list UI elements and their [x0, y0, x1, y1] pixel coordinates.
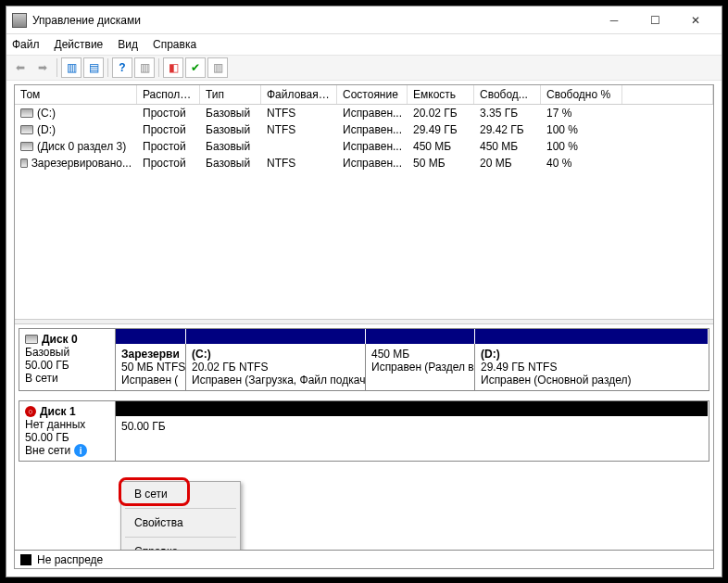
ctx-sep: [125, 537, 236, 538]
disk-0-size: 50.00 ГБ: [25, 359, 109, 372]
ctx-sep: [125, 508, 236, 509]
volume-icon: [20, 125, 33, 134]
partition-cell[interactable]: Зарезерви50 МБ NTFSИсправен (: [116, 344, 186, 390]
col-free[interactable]: Свобод...: [474, 85, 541, 104]
col-layout[interactable]: Располо...: [137, 85, 200, 104]
cell: NTFS: [261, 121, 337, 138]
cell: Зарезервировано...: [15, 155, 137, 171]
disk-row-1: ○Диск 1 Нет данных 50.00 ГБ Вне сетиi 50…: [19, 400, 709, 462]
cell: 20 МБ: [474, 155, 541, 171]
disk-1-type: Нет данных: [25, 418, 109, 431]
disk-0-label[interactable]: Диск 0 Базовый 50.00 ГБ В сети: [19, 329, 116, 390]
disk-1-size: 50.00 ГБ: [25, 431, 109, 444]
close-button[interactable]: ✕: [675, 7, 716, 33]
cell: Простой: [137, 105, 200, 121]
toolbar-btn-1[interactable]: ▥: [61, 57, 82, 78]
menu-view[interactable]: Вид: [118, 38, 138, 51]
cell: NTFS: [261, 155, 337, 171]
cell: Базовый: [200, 121, 261, 138]
col-capacity[interactable]: Емкость: [408, 85, 474, 104]
menu-action[interactable]: Действие: [55, 38, 104, 51]
disk-icon: [25, 335, 38, 344]
partition-cell[interactable]: (D:)29.49 ГБ NTFSИсправен (Основной разд…: [475, 344, 709, 390]
menubar: Файл Действие Вид Справка: [6, 34, 722, 55]
cell: Простой: [137, 138, 200, 155]
titlebar[interactable]: Управление дисками ─ ☐ ✕: [6, 6, 722, 34]
disk-1-partition[interactable]: 50.00 ГБ: [116, 416, 709, 461]
cell: 450 МБ: [408, 138, 474, 155]
window-title: Управление дисками: [32, 14, 594, 27]
menu-file[interactable]: Файл: [12, 38, 40, 51]
app-window: Управление дисками ─ ☐ ✕ Файл Действие В…: [6, 6, 722, 577]
cell: 3.35 ГБ: [474, 105, 541, 121]
cell: (Диск 0 раздел 3): [15, 138, 137, 155]
ctx-online[interactable]: В сети: [121, 482, 240, 506]
menu-help[interactable]: Справка: [153, 38, 196, 51]
col-freepct[interactable]: Свободно %: [541, 85, 622, 104]
cell: Исправен...: [337, 121, 408, 138]
ctx-help[interactable]: Справка: [121, 539, 240, 550]
col-fs[interactable]: Файловая с...: [261, 85, 337, 104]
col-spacer: [622, 85, 713, 104]
disk-0-type: Базовый: [25, 346, 109, 359]
cell: Исправен...: [337, 155, 408, 171]
col-type[interactable]: Тип: [200, 85, 261, 104]
legend-swatch-unallocated: [20, 554, 31, 565]
toolbar-btn-7[interactable]: ▥: [207, 57, 228, 78]
cell: (D:): [15, 121, 137, 138]
minimize-button[interactable]: ─: [594, 7, 634, 33]
disk-1-state: Вне сети: [25, 444, 70, 457]
ctx-properties[interactable]: Свойства: [121, 511, 240, 535]
toolbar-help-button[interactable]: ?: [112, 57, 132, 78]
context-menu: В сети Свойства Справка: [120, 481, 241, 550]
toolbar-btn-4[interactable]: ▥: [134, 57, 155, 78]
app-icon: [12, 13, 27, 28]
volume-icon: [20, 158, 28, 168]
col-status[interactable]: Состояние: [337, 85, 408, 104]
legend: Не распреде: [15, 550, 713, 568]
disk-row-0: Диск 0 Базовый 50.00 ГБ В сети Зарезерви…: [19, 328, 709, 391]
volume-row[interactable]: Зарезервировано...ПростойБазовыйNTFSИспр…: [15, 155, 713, 171]
cell: 100 %: [541, 121, 622, 138]
cell: Базовый: [200, 105, 261, 121]
disk-0-state: В сети: [25, 372, 109, 385]
disk-1-label[interactable]: ○Диск 1 Нет данных 50.00 ГБ Вне сетиi: [19, 401, 116, 461]
disk-map: Диск 0 Базовый 50.00 ГБ В сети Зарезерви…: [15, 324, 713, 550]
cell: Исправен...: [337, 138, 408, 155]
volume-row[interactable]: (D:)ПростойБазовыйNTFSИсправен...29.49 Г…: [15, 121, 713, 138]
partition-cell[interactable]: 450 МБИсправен (Раздел в: [366, 344, 475, 390]
toolbar: ⬅ ➡ ▥ ▤ ? ▥ ◧ ✔ ▥: [6, 55, 722, 81]
cell: [261, 138, 337, 155]
part-size: 50.00 ГБ: [121, 420, 703, 433]
warn-icon: ○: [25, 406, 36, 417]
disk-1-bar: [116, 401, 709, 416]
col-volume[interactable]: Том: [15, 85, 137, 104]
cell: Простой: [137, 155, 200, 171]
cell: 40 %: [541, 155, 622, 171]
disk-0-bar: [116, 329, 709, 344]
content-area: Том Располо... Тип Файловая с... Состоян…: [14, 84, 714, 569]
cell: 50 МБ: [408, 155, 474, 171]
back-button: ⬅: [10, 57, 31, 78]
cell: 17 %: [541, 105, 622, 121]
cell: 29.42 ГБ: [474, 121, 541, 138]
volume-list[interactable]: Том Располо... Тип Файловая с... Состоян…: [15, 85, 713, 319]
volume-row[interactable]: (Диск 0 раздел 3)ПростойБазовыйИсправен.…: [15, 138, 713, 155]
toolbar-check-button[interactable]: ✔: [185, 57, 206, 78]
forward-button: ➡: [32, 57, 53, 78]
partition-cell[interactable]: (C:)20.02 ГБ NTFSИсправен (Загрузка, Фай…: [186, 344, 366, 390]
toolbar-btn-2[interactable]: ▤: [83, 57, 104, 78]
cell: 20.02 ГБ: [408, 105, 474, 121]
legend-unallocated-label: Не распреде: [37, 553, 103, 566]
cell: Базовый: [200, 138, 261, 155]
info-icon[interactable]: i: [74, 444, 87, 457]
volume-row[interactable]: (C:)ПростойБазовыйNTFSИсправен...20.02 Г…: [15, 105, 713, 121]
toolbar-btn-5[interactable]: ◧: [163, 57, 183, 78]
cell: (C:): [15, 105, 137, 121]
cell: 100 %: [541, 138, 622, 155]
cell: NTFS: [261, 105, 337, 121]
maximize-button[interactable]: ☐: [634, 7, 675, 33]
cell: 450 МБ: [474, 138, 541, 155]
list-header: Том Располо... Тип Файловая с... Состоян…: [15, 85, 713, 105]
cell: 29.49 ГБ: [408, 121, 474, 138]
